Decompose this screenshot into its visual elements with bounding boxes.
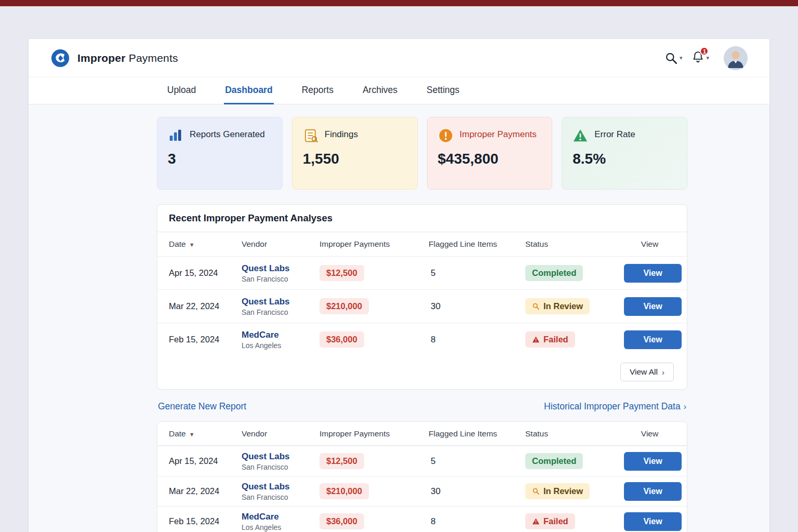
- vendor-city: San Francisco: [242, 463, 320, 471]
- notifications-button[interactable]: 1 ▾: [689, 48, 711, 68]
- table-row: Apr 15, 2024 Quest Labs San Francisco $1…: [157, 256, 687, 289]
- view-button[interactable]: View: [624, 512, 682, 531]
- chevron-down-icon: ▾: [680, 55, 683, 61]
- status-badge: In Review: [525, 483, 590, 499]
- vendor-link[interactable]: MedCare: [242, 512, 320, 522]
- tab-dashboard[interactable]: Dashboard: [224, 77, 273, 104]
- col-vendor: Vendor: [242, 429, 320, 438]
- vendor-cell: MedCare Los Angeles: [242, 512, 320, 531]
- vendor-city: San Francisco: [242, 493, 320, 501]
- view-button[interactable]: View: [624, 452, 682, 471]
- tab-archives[interactable]: Archives: [362, 77, 398, 104]
- flagged-count: 30: [429, 301, 525, 312]
- search-icon: [664, 51, 678, 65]
- amount-chip: $12,500: [320, 265, 364, 281]
- row-date: Feb 15, 2024: [169, 335, 242, 344]
- flagged-count: 5: [429, 456, 525, 467]
- recent-analyses-card: Recent Improper Payment Analyses Date▼ V…: [157, 204, 687, 390]
- magnifier-icon: [532, 302, 540, 310]
- links-row: Generate New Report Historical Improper …: [157, 401, 687, 412]
- stat-label: Reports Generated: [190, 128, 265, 141]
- stat-value: 8.5%: [573, 151, 677, 167]
- status-badge: In Review: [525, 298, 590, 314]
- sort-caret-icon: ▼: [189, 431, 195, 437]
- table-row: Feb 15, 2024 MedCare Los Angeles $36,000…: [157, 323, 687, 356]
- chevron-right-icon: ›: [684, 402, 686, 411]
- amount-chip: $36,000: [320, 513, 364, 529]
- alert-triangle-icon: [573, 128, 588, 143]
- section-title: Recent Improper Payment Analyses: [157, 205, 687, 232]
- col-status: Status: [525, 429, 624, 438]
- search-button[interactable]: ▾: [662, 49, 685, 67]
- alert-circle-icon: [438, 128, 454, 143]
- vendor-link[interactable]: Quest Labs: [242, 482, 320, 492]
- view-all-button[interactable]: View All ›: [620, 363, 674, 381]
- status-badge: Completed: [525, 453, 583, 469]
- tab-reports[interactable]: Reports: [301, 77, 335, 104]
- stat-cards: Reports Generated 3 Fi: [157, 117, 687, 190]
- stat-card-reports-generated: Reports Generated 3: [157, 117, 283, 190]
- app-window: Improper Payments ▾ 1 ▾: [29, 39, 769, 532]
- page-title: Improper Payments: [77, 52, 178, 64]
- top-strip: [0, 0, 798, 6]
- col-improper-payments: Improper Payments: [320, 429, 429, 438]
- vendor-city: Los Angeles: [242, 523, 320, 531]
- view-button[interactable]: View: [624, 264, 682, 283]
- findings-icon: [303, 128, 318, 143]
- vendor-link[interactable]: Quest Labs: [242, 297, 320, 307]
- row-date: Mar 22, 2024: [169, 301, 242, 311]
- view-button[interactable]: View: [624, 297, 682, 316]
- col-flagged-line-items: Flagged Line Items: [429, 240, 525, 249]
- amount-chip: $210,000: [320, 483, 369, 499]
- table-header: Date▼ Vendor Improper Payments Flagged L…: [157, 422, 687, 446]
- stat-label: Improper Payments: [460, 128, 537, 141]
- vendor-cell: Quest Labs San Francisco: [242, 297, 320, 316]
- vendor-cell: MedCare Los Angeles: [242, 330, 320, 350]
- tab-settings[interactable]: Settings: [425, 77, 460, 104]
- table-row: Apr 15, 2024 Quest Labs San Francisco $1…: [157, 446, 687, 476]
- sort-caret-icon: ▼: [189, 242, 195, 248]
- stat-card-improper-payments: Improper Payments $435,800: [427, 117, 553, 190]
- status-badge: Failed: [525, 513, 575, 529]
- table-row: Mar 22, 2024 Quest Labs San Francisco $2…: [157, 476, 687, 506]
- avatar[interactable]: [724, 46, 748, 70]
- chevron-right-icon: ›: [662, 368, 664, 377]
- generate-report-link[interactable]: Generate New Report: [158, 401, 246, 412]
- stat-card-error-rate: Error Rate 8.5%: [562, 117, 687, 190]
- vendor-cell: Quest Labs San Francisco: [242, 451, 320, 471]
- table-header: Date▼ Vendor Improper Payments Flagged L…: [157, 232, 687, 256]
- vendor-link[interactable]: Quest Labs: [242, 263, 320, 274]
- col-view: View: [624, 240, 675, 249]
- stat-value: 1,550: [303, 151, 408, 167]
- history-table-card: Date▼ Vendor Improper Payments Flagged L…: [157, 421, 687, 532]
- col-date[interactable]: Date▼: [169, 429, 242, 438]
- col-status: Status: [525, 240, 624, 249]
- view-button[interactable]: View: [624, 482, 682, 501]
- main-nav: Upload Dashboard Reports Archives Settin…: [29, 77, 769, 104]
- col-improper-payments: Improper Payments: [320, 240, 429, 249]
- view-button[interactable]: View: [624, 330, 682, 349]
- amount-chip: $210,000: [320, 298, 369, 314]
- vendor-city: San Francisco: [242, 275, 320, 283]
- tab-upload[interactable]: Upload: [166, 77, 197, 104]
- vendor-link[interactable]: Quest Labs: [242, 451, 320, 462]
- status-badge: Completed: [525, 265, 583, 281]
- flagged-count: 8: [429, 516, 525, 527]
- flagged-count: 30: [429, 486, 525, 497]
- status-badge: Failed: [525, 331, 575, 348]
- row-date: Feb 15, 2024: [169, 516, 242, 526]
- col-view: View: [624, 429, 675, 438]
- vendor-city: Los Angeles: [242, 341, 320, 350]
- stat-label: Error Rate: [594, 128, 635, 141]
- chevron-down-icon: ▾: [706, 55, 709, 61]
- col-vendor: Vendor: [242, 240, 320, 249]
- historical-data-link[interactable]: Historical Improper Payment Data ›: [544, 401, 686, 412]
- vendor-cell: Quest Labs San Francisco: [242, 263, 320, 283]
- stat-value: $435,800: [438, 151, 543, 167]
- col-date[interactable]: Date▼: [169, 240, 242, 249]
- vendor-link[interactable]: MedCare: [242, 330, 320, 340]
- stat-value: 3: [168, 151, 273, 167]
- bar-chart-icon: [168, 128, 183, 143]
- amount-chip: $12,500: [320, 453, 364, 469]
- vendor-cell: Quest Labs San Francisco: [242, 482, 320, 501]
